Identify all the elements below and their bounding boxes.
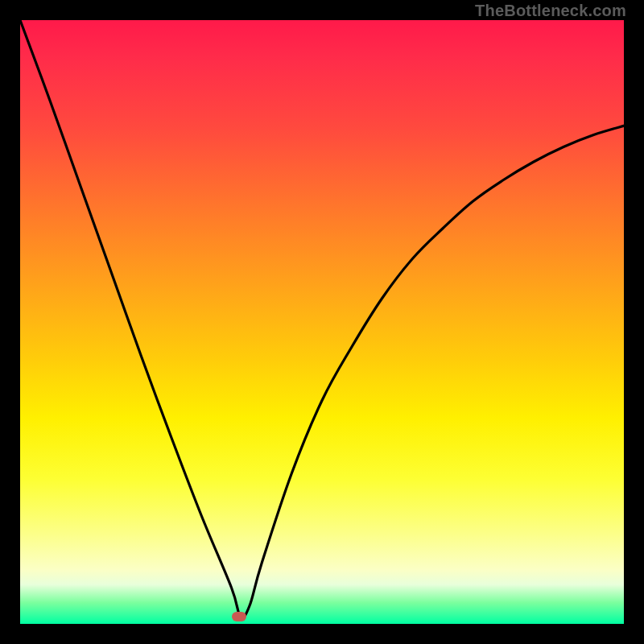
- curve-svg: [20, 20, 624, 624]
- optimal-point-marker: [232, 612, 246, 621]
- plot-area: [20, 20, 624, 624]
- bottleneck-curve: [20, 20, 624, 617]
- chart-frame: TheBottleneck.com: [0, 0, 644, 644]
- branding-watermark: TheBottleneck.com: [475, 2, 626, 20]
